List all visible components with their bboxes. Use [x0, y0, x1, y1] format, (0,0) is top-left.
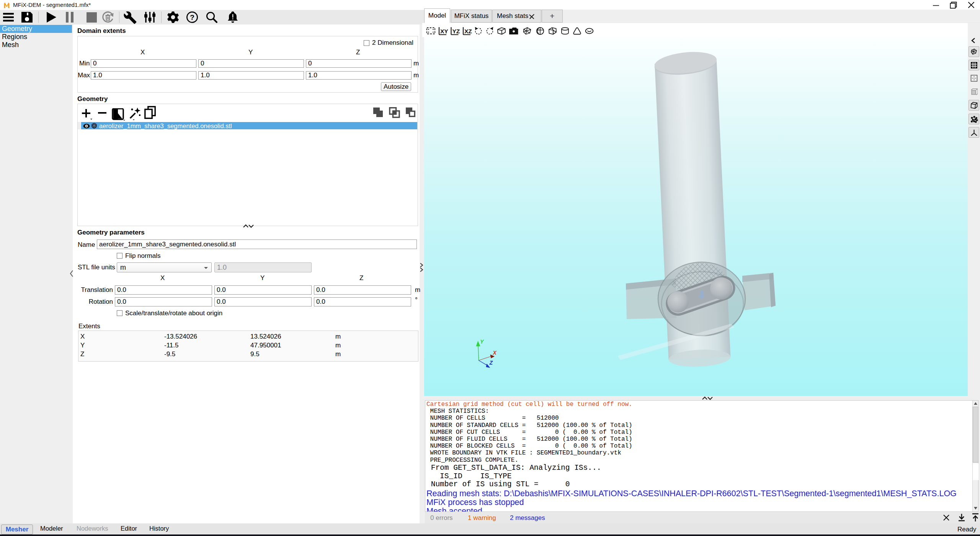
- svg-text:X: X: [493, 350, 497, 356]
- svg-text:XY: XY: [440, 28, 448, 34]
- svg-text:Z: Z: [489, 360, 493, 366]
- svg-text:Y: Y: [480, 339, 484, 345]
- svg-text:YZ: YZ: [452, 28, 460, 34]
- svg-text:XZ: XZ: [464, 28, 472, 34]
